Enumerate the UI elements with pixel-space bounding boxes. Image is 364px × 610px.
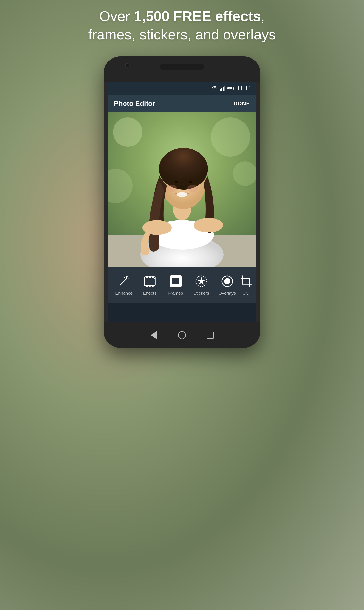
svg-line-32 — [126, 278, 127, 280]
back-arrow-icon — [151, 331, 156, 339]
star-dashed-icon — [195, 275, 208, 288]
svg-point-20 — [159, 148, 208, 190]
circle-inner-icon — [221, 275, 234, 288]
svg-rect-43 — [146, 285, 148, 287]
svg-point-11 — [211, 117, 250, 156]
svg-line-31 — [120, 280, 126, 285]
app-toolbar: Photo Editor DONE — [108, 95, 256, 112]
tool-stickers[interactable]: Stickers — [188, 274, 214, 296]
phone-nav-bar — [104, 322, 260, 348]
svg-rect-45 — [152, 285, 154, 287]
tool-enhance[interactable]: Enhance — [111, 274, 137, 296]
crop-label: Cr... — [242, 291, 250, 296]
status-time: 11:11 — [237, 85, 251, 92]
effects-icon — [143, 274, 157, 288]
phone-volume-button — [260, 147, 260, 169]
svg-point-26 — [180, 186, 184, 190]
svg-rect-40 — [146, 276, 148, 278]
recent-apps-icon — [207, 332, 214, 339]
svg-point-25 — [177, 192, 187, 197]
status-bar: ⚡ 11:11 — [108, 82, 256, 95]
phone-power-button — [260, 125, 260, 140]
headline-over: Over — [99, 8, 134, 24]
enhance-icon — [117, 274, 131, 288]
done-button[interactable]: DONE — [233, 100, 250, 107]
tool-effects[interactable]: Effects — [137, 274, 162, 296]
overlays-label: Overlays — [219, 291, 236, 296]
svg-point-10 — [113, 117, 142, 147]
phone-camera — [125, 63, 130, 68]
svg-point-30 — [194, 218, 223, 233]
phone-screen: ⚡ 11:11 Photo Editor DONE — [108, 82, 256, 322]
frames-icon — [169, 274, 183, 288]
phone-speaker — [160, 64, 204, 69]
headline-bold: 1,500 FREE effects — [134, 8, 261, 24]
tool-overlays[interactable]: Overlays — [214, 274, 240, 296]
svg-point-28 — [187, 185, 198, 192]
svg-rect-6 — [233, 88, 234, 89]
status-icons: ⚡ 11:11 — [212, 85, 251, 92]
headline-line1: Over 1,500 FREE effects, — [15, 7, 349, 25]
home-circle-icon — [178, 331, 186, 339]
effects-label: Effects — [143, 291, 156, 296]
phone-top-bezel — [104, 56, 260, 82]
phone-device: ⚡ 11:11 Photo Editor DONE — [104, 56, 260, 348]
enhance-label: Enhance — [115, 291, 133, 296]
tool-frames[interactable]: Frames — [163, 274, 188, 296]
svg-rect-47 — [172, 278, 179, 284]
svg-line-35 — [128, 276, 128, 277]
square-icon — [169, 275, 182, 288]
wand-icon — [118, 275, 130, 288]
overlays-icon — [220, 274, 234, 288]
svg-rect-3 — [223, 87, 224, 91]
stickers-icon — [194, 274, 208, 288]
svg-point-27 — [166, 185, 177, 192]
svg-rect-4 — [224, 86, 225, 91]
svg-rect-41 — [149, 276, 151, 278]
wifi-icon — [212, 86, 218, 91]
film-icon — [143, 275, 156, 288]
crop-icon — [240, 274, 253, 288]
battery-icon: ⚡ — [227, 86, 235, 90]
svg-point-0 — [214, 90, 215, 90]
svg-rect-2 — [221, 88, 222, 91]
nav-back-button[interactable] — [149, 331, 158, 340]
photo-image — [108, 112, 256, 267]
headline-line2: frames, stickers, and overlays — [15, 25, 349, 44]
svg-rect-1 — [220, 89, 221, 91]
headline-comma: , — [261, 8, 265, 24]
signal-icon — [220, 86, 225, 91]
nav-home-button[interactable] — [178, 331, 186, 340]
svg-point-51 — [224, 278, 230, 284]
frames-label: Frames — [168, 291, 183, 296]
crop-svg-icon — [240, 275, 253, 288]
nav-recent-button[interactable] — [206, 331, 215, 340]
svg-point-23 — [175, 180, 178, 183]
tool-crop[interactable]: Cr... — [240, 274, 253, 296]
photo-area — [108, 112, 256, 267]
svg-text:⚡: ⚡ — [228, 87, 231, 90]
svg-marker-49 — [197, 277, 205, 285]
stickers-label: Stickers — [194, 291, 209, 296]
bottom-toolbar: Enhance — [108, 267, 256, 303]
svg-point-24 — [189, 180, 192, 183]
headline: Over 1,500 FREE effects, frames, sticker… — [0, 7, 364, 44]
app-title: Photo Editor — [114, 100, 155, 108]
svg-rect-44 — [149, 285, 151, 287]
